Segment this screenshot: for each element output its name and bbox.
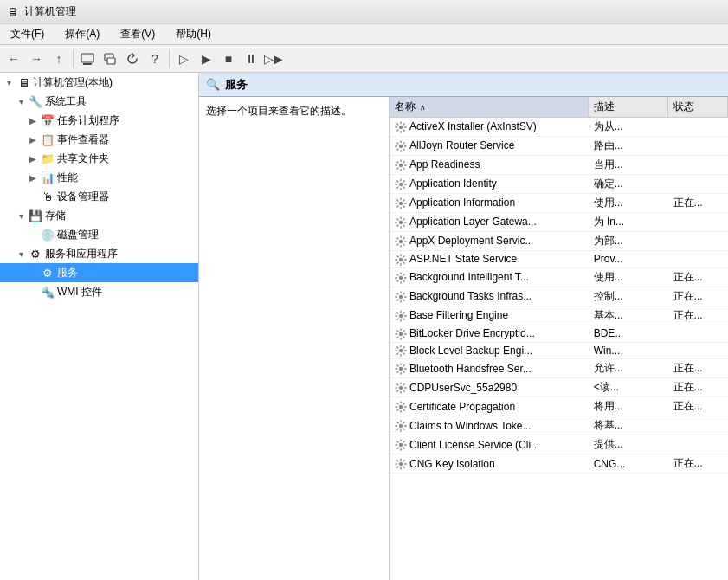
stop-button[interactable]: ■ bbox=[218, 48, 239, 69]
tree-item-wmi[interactable]: 🔩WMI 控件 bbox=[0, 282, 198, 301]
service-status-1 bbox=[668, 137, 728, 156]
menu-bar: 文件(F) 操作(A) 查看(V) 帮助(H) bbox=[0, 24, 728, 45]
table-row[interactable]: App Readiness当用... bbox=[390, 156, 728, 175]
col-header-desc[interactable]: 描述 bbox=[589, 97, 668, 118]
tree-expand-shared-folders[interactable]: ▶ bbox=[28, 154, 38, 164]
table-row[interactable]: Application Information使用...正在... bbox=[390, 194, 728, 213]
tree-item-services-apps[interactable]: ▾⚙服务和应用程序 bbox=[0, 244, 198, 263]
service-gear-icon bbox=[395, 178, 407, 190]
tree-icon-shared-folders: 📁 bbox=[41, 151, 55, 165]
tree-label-event-viewer: 事件查看器 bbox=[57, 132, 109, 147]
menu-help[interactable]: 帮助(H) bbox=[172, 25, 215, 43]
table-row[interactable]: ASP.NET State ServiceProv... bbox=[390, 251, 728, 268]
new-window-button[interactable] bbox=[100, 48, 120, 69]
svg-rect-3 bbox=[107, 58, 115, 64]
service-gear-icon bbox=[395, 382, 407, 394]
table-row[interactable]: Application Identity确定... bbox=[390, 175, 728, 194]
svg-point-6 bbox=[399, 164, 403, 167]
tree-label-root: 计算机管理(本地) bbox=[33, 75, 113, 90]
toolbar: ← → ↑ ? ▷ ▶ ■ ⏸ ▷▶ bbox=[0, 45, 728, 73]
tree-item-device-manager[interactable]: 🖱设备管理器 bbox=[0, 187, 198, 206]
table-row[interactable]: Client License Service (Cli...提供... bbox=[390, 435, 728, 454]
table-row[interactable]: Claims to Windows Toke...将基... bbox=[390, 416, 728, 435]
table-row[interactable]: CNG Key IsolationCNG...正在... bbox=[390, 454, 728, 474]
table-row[interactable]: Background Tasks Infras...控制...正在... bbox=[390, 287, 728, 306]
service-table: 名称 ∧ 描述 状态 ActiveX bbox=[390, 97, 728, 474]
tree-icon-task-scheduler: 📅 bbox=[41, 113, 55, 127]
service-name-text-0: ActiveX Installer (AxInstSV) bbox=[409, 120, 537, 132]
service-desc-4: 使用... bbox=[589, 194, 668, 213]
table-row[interactable]: AllJoyn Router Service路由... bbox=[390, 137, 728, 156]
table-row[interactable]: BitLocker Drive Encryptio...BDE... bbox=[390, 325, 728, 342]
run-button[interactable]: ▷ bbox=[173, 48, 194, 69]
col-header-name[interactable]: 名称 ∧ bbox=[390, 97, 589, 118]
service-gear-icon bbox=[395, 197, 407, 209]
tree-label-services-apps: 服务和应用程序 bbox=[45, 247, 118, 261]
table-row[interactable]: Block Level Backup Engi...Win... bbox=[390, 342, 728, 359]
service-name-11: BitLocker Drive Encryptio... bbox=[390, 325, 589, 342]
table-row[interactable]: Background Intelligent T...使用...正在... bbox=[390, 267, 728, 287]
service-status-9: 正在... bbox=[668, 287, 728, 306]
service-desc-15: 将用... bbox=[589, 397, 668, 416]
tree-expand-event-viewer[interactable]: ▶ bbox=[28, 135, 38, 145]
forward-button[interactable]: → bbox=[26, 48, 47, 69]
help-button[interactable]: ? bbox=[145, 48, 165, 69]
tree-item-system-tools[interactable]: ▾🔧系统工具 bbox=[0, 92, 198, 111]
show-console-button[interactable] bbox=[77, 48, 98, 69]
restart-button[interactable]: ▷▶ bbox=[263, 48, 284, 69]
service-gear-icon bbox=[395, 254, 407, 266]
service-name-text-8: Background Intelligent T... bbox=[409, 271, 529, 283]
table-row[interactable]: CDPUserSvc_55a2980<读...正在... bbox=[390, 378, 728, 397]
table-row[interactable]: Application Layer Gatewa...为 In... bbox=[390, 213, 728, 232]
tree-item-performance[interactable]: ▶📊性能 bbox=[0, 168, 198, 187]
tree-label-disk-mgmt: 磁盘管理 bbox=[57, 228, 99, 242]
table-row[interactable]: AppX Deployment Servic...为部... bbox=[390, 232, 728, 251]
tree-icon-system-tools: 🔧 bbox=[29, 94, 42, 108]
tree-icon-performance: 📊 bbox=[41, 171, 55, 184]
table-row[interactable]: Bluetooth Handsfree Ser...允许...正在... bbox=[390, 359, 728, 378]
tree-item-event-viewer[interactable]: ▶📋事件查看器 bbox=[0, 130, 198, 149]
table-row[interactable]: Certificate Propagation将用...正在... bbox=[390, 397, 728, 416]
services-search-icon: 🔍 bbox=[206, 78, 220, 91]
tree-item-shared-folders[interactable]: ▶📁共享文件夹 bbox=[0, 149, 198, 168]
service-name-text-11: BitLocker Drive Encryptio... bbox=[409, 327, 535, 339]
table-row[interactable]: ActiveX Installer (AxInstSV)为从... bbox=[390, 118, 728, 137]
menu-view[interactable]: 查看(V) bbox=[117, 25, 158, 43]
service-name-text-3: Application Identity bbox=[409, 177, 497, 190]
service-status-3 bbox=[668, 175, 728, 194]
service-status-0 bbox=[668, 118, 728, 137]
service-desc-14: <读... bbox=[589, 378, 668, 397]
pause-button[interactable]: ⏸ bbox=[241, 48, 261, 69]
col-header-status[interactable]: 状态 bbox=[668, 97, 728, 118]
service-desc-2: 当用... bbox=[589, 156, 668, 175]
menu-action[interactable]: 操作(A) bbox=[61, 25, 103, 43]
tree-item-disk-mgmt[interactable]: 💿磁盘管理 bbox=[0, 225, 198, 244]
up-button[interactable]: ↑ bbox=[48, 48, 69, 69]
tree-item-task-scheduler[interactable]: ▶📅任务计划程序 bbox=[0, 111, 198, 130]
tree-expand-performance[interactable]: ▶ bbox=[28, 173, 38, 183]
tree-item-root[interactable]: ▾🖥计算机管理(本地) bbox=[0, 73, 198, 92]
service-desc-8: 使用... bbox=[589, 267, 668, 287]
svg-point-13 bbox=[399, 295, 403, 299]
tree-item-services[interactable]: ⚙服务 bbox=[0, 263, 198, 282]
service-name-18: CNG Key Isolation bbox=[390, 454, 589, 474]
menu-file[interactable]: 文件(F) bbox=[7, 25, 48, 43]
tree-expand-services-apps[interactable]: ▾ bbox=[16, 249, 26, 259]
table-row[interactable]: Base Filtering Engine基本...正在... bbox=[390, 306, 728, 325]
service-status-8: 正在... bbox=[668, 267, 728, 287]
table-header-row: 名称 ∧ 描述 状态 bbox=[390, 97, 728, 118]
run2-button[interactable]: ▶ bbox=[196, 48, 216, 69]
service-list-container[interactable]: 名称 ∧ 描述 状态 ActiveX bbox=[390, 97, 728, 580]
service-desc-5: 为 In... bbox=[589, 213, 668, 232]
service-status-10: 正在... bbox=[668, 306, 728, 325]
tree-expand-system-tools[interactable]: ▾ bbox=[16, 97, 26, 106]
service-name-2: App Readiness bbox=[390, 156, 589, 175]
refresh-button[interactable] bbox=[122, 48, 143, 69]
tree-expand-root[interactable]: ▾ bbox=[3, 78, 14, 87]
svg-point-8 bbox=[399, 202, 403, 205]
tree-expand-storage[interactable]: ▾ bbox=[16, 211, 26, 221]
tree-expand-task-scheduler[interactable]: ▶ bbox=[28, 116, 38, 126]
back-button[interactable]: ← bbox=[3, 48, 24, 69]
service-name-1: AllJoyn Router Service bbox=[390, 137, 589, 156]
tree-item-storage[interactable]: ▾💾存储 bbox=[0, 206, 198, 225]
